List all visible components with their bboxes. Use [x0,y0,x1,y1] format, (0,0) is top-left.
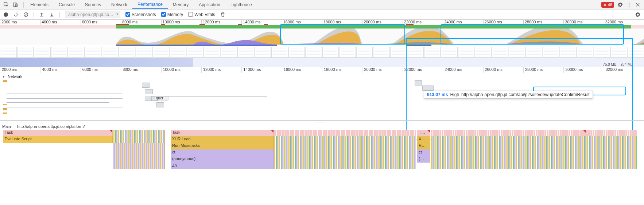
devtools-tabbar: Elements Console Sources Network Perform… [0,0,644,10]
heap-lane [0,58,644,67]
overview-ruler: 2000 ms4000 ms 6000 ms8000 ms 10000 ms12… [0,20,644,25]
microtask-bar[interactable]: Run Microtasks [171,143,274,149]
error-badge[interactable]: 46 [601,2,614,8]
trash-icon[interactable] [220,12,225,17]
network-header[interactable]: Network [0,73,644,80]
ct-bar[interactable]: ct [171,149,274,156]
flame-chart[interactable]: Task Evaluate Script Task XHR Load Run M… [0,130,644,174]
net-request[interactable] [415,80,422,86]
fps-longtask [406,24,414,25]
net-request[interactable] [151,96,267,97]
overview-timeline[interactable]: 2000 ms4000 ms 6000 ms8000 ms 10000 ms12… [0,20,644,67]
zn-bar[interactable]: Zn [171,163,274,169]
net-request[interactable] [3,80,7,82]
net-request[interactable] [156,102,164,107]
net-request[interactable] [7,107,123,107]
device-toggle-icon[interactable] [13,2,18,7]
pane-splitter[interactable]: • • • [0,121,644,123]
upload-icon[interactable] [39,12,44,17]
main-header[interactable]: Main — http://alpha-open.qttp.jd.com/pla… [0,123,644,130]
tab-memory[interactable]: Memory [168,0,194,9]
fps-longtask [161,24,165,25]
memory-checkbox[interactable]: Memory [161,12,183,17]
net-request[interactable] [7,102,110,103]
divider [59,12,60,18]
svg-point-6 [629,6,629,7]
kebab-icon[interactable] [626,2,632,7]
fps-longtask [199,24,205,25]
network-pane[interactable]: Network quer… 913.07 ms High http://a [0,73,644,121]
flame-stripes[interactable] [113,143,165,169]
tab-sources[interactable]: Sources [80,0,106,9]
task-bar[interactable]: Task [3,130,113,136]
record-button[interactable] [4,12,8,17]
net-request[interactable] [3,108,7,110]
screenshot-strip [0,47,644,58]
tab-performance[interactable]: Performance [132,0,168,9]
gear-icon[interactable] [618,2,623,7]
fps-longtask [116,24,129,25]
fps-longtask [238,24,242,25]
screenshots-check-input[interactable] [125,12,130,17]
xhr-load-bar[interactable]: X… [417,136,430,143]
net-segment [406,45,432,46]
cpu-lane [0,29,644,45]
tab-lighthouse[interactable]: Lighthouse [225,0,257,9]
divider [34,12,34,18]
xhr-load-bar[interactable]: XHR Load [171,136,274,143]
svg-point-4 [629,3,629,3]
net-segment [116,45,277,46]
svg-rect-1 [13,3,16,6]
tooltip-time: 913.07 ms [427,92,448,97]
page-dropdown-label: alpha-open.qttp.jd.co… [68,12,113,17]
flame-stripes[interactable] [274,130,416,136]
heap-range-label: 75.0 MB – 284 MB [603,62,633,67]
memory-check-input[interactable] [161,12,166,17]
anon-bar[interactable]: (anonymous) [171,156,274,163]
task-bar[interactable]: Task [171,130,274,136]
main-thread-pane[interactable]: Main — http://alpha-open.qttp.jd.com/pla… [0,123,644,174]
net-request[interactable] [7,94,123,94]
tab-console[interactable]: Console [54,0,80,9]
tooltip-url: http://alpha-open.qttp.jd.com/api/pl/sui… [461,92,590,97]
close-icon[interactable] [635,2,640,7]
panel-gear-icon[interactable] [635,12,640,17]
flame-stripes[interactable] [431,136,637,169]
network-canvas: quer… 913.07 ms High http://alpha-open.q… [0,80,644,120]
download-icon[interactable] [49,12,54,17]
network-tooltip: 913.07 ms High http://alpha-open.qttp.jd… [424,91,593,99]
net-request[interactable] [7,98,123,99]
anon-bar[interactable]: (… [417,156,430,163]
error-count: 46 [608,3,612,7]
inspect-icon[interactable] [4,2,9,7]
task-bar[interactable]: T… [417,130,430,136]
webvitals-check-input[interactable] [188,12,193,17]
clear-icon[interactable] [23,12,28,17]
svg-point-5 [629,4,629,5]
tab-elements[interactable]: Elements [25,0,54,9]
fps-bar [116,25,631,29]
flame-stripes[interactable] [274,136,416,169]
page-dropdown[interactable]: alpha-open.qttp.jd.co… [65,11,120,18]
eval-script-bar[interactable]: Evaluate Script [3,136,113,143]
detail-ruler: 2000 ms4000 ms 6000 ms8000 ms 10000 ms12… [0,67,644,73]
perf-toolbar: alpha-open.qttp.jd.co… Screenshots Memor… [0,10,644,20]
net-request[interactable] [145,89,152,94]
screenshots-checkbox[interactable]: Screenshots [125,12,156,17]
net-request[interactable] [422,86,433,91]
webvitals-checkbox[interactable]: Web Vitals [188,12,215,17]
net-request[interactable] [3,104,7,105]
tooltip-priority: High [450,92,459,97]
net-request[interactable] [3,113,7,114]
tab-application[interactable]: Application [194,0,225,9]
tab-network[interactable]: Network [106,0,132,9]
ct-bar[interactable]: ct [417,149,430,156]
flame-stripes[interactable] [431,130,637,136]
reload-icon[interactable] [13,12,18,17]
divider [23,2,24,8]
task-bar[interactable] [579,130,586,136]
fps-longtask [264,24,268,25]
net-request[interactable] [142,83,150,88]
microtask-bar[interactable]: R… [417,143,430,149]
